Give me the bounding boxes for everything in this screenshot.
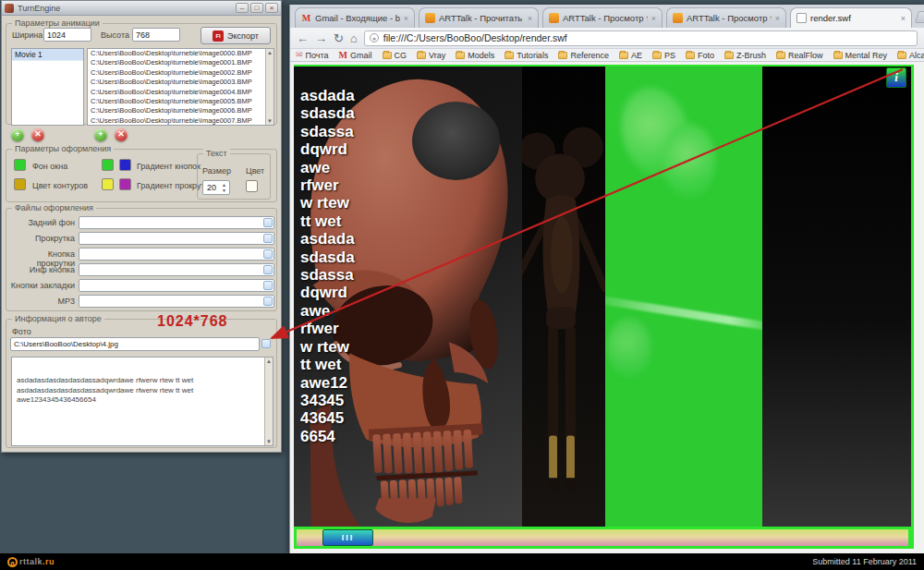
add-movie-button[interactable]: + [11,128,24,141]
movie-list-item[interactable]: Movie 1 [12,49,83,61]
tab-close-icon[interactable]: × [901,14,906,23]
export-button[interactable]: Fl Экспорт [201,27,271,44]
tab-gmail[interactable]: M Gmail - Входящие - bigb... × [295,7,415,28]
bookmark-buttons-file-field[interactable] [79,279,274,292]
bookmark-models[interactable]: Models [456,51,494,60]
green-blob [663,124,716,198]
bookmark-gmail[interactable]: MGmail [339,50,372,60]
bookmark-foto[interactable]: Foto [686,51,714,60]
scroll-down-icon[interactable]: ▼ [267,117,273,125]
file-list-item[interactable]: C:\Users\BooBoo\Desktop\turneble\Image00… [88,97,265,106]
remove-movie-button[interactable]: ✕ [31,128,44,141]
tab-close-icon[interactable]: × [528,14,532,23]
home-icon[interactable]: ⌂ [350,32,358,44]
width-input[interactable] [43,28,91,42]
maximize-button[interactable]: □ [250,3,263,13]
flash-scrollbar-thumb[interactable]: III [322,529,373,546]
bookmark-cg[interactable]: CG [383,51,407,60]
tab-close-icon[interactable]: × [651,14,656,23]
info-button[interactable]: i [886,67,906,88]
bookmark-ps[interactable]: PS [652,51,675,60]
photo-path-input[interactable] [10,337,260,351]
button-gradient-label: Градиент кнопок [137,162,201,171]
forward-icon[interactable]: → [315,32,327,44]
flash-stage[interactable]: asdadasdasda sdassadqwrd awerfwer w rtew… [294,65,914,549]
folder-icon [652,52,662,59]
bg-file-field[interactable] [79,216,274,229]
minimize-button[interactable]: – [236,3,249,13]
bookmark-vray[interactable]: Vray [417,51,445,60]
height-input[interactable] [132,28,180,42]
turnengine-window: TurnEngine – □ × Параметры анимации Шири… [1,0,282,453]
file-list-item[interactable]: C:\Users\BooBoo\Desktop\turneble\Image00… [88,116,265,125]
scroll-gradient-swatch-1[interactable] [102,178,114,190]
mannequin-viewport [522,67,605,527]
scroll-up-icon[interactable]: ▲ [266,358,272,365]
tab-arttalk-3[interactable]: ARTTalk - Просмотр те... × [666,7,786,28]
info-button-file-field[interactable] [79,263,274,276]
file-list-item[interactable]: C:\Users\BooBoo\Desktop\turneble\Image00… [88,106,265,115]
arttalk-icon [673,13,683,23]
gmail-icon: M [339,50,347,60]
folder-icon [417,52,426,59]
file-list-item[interactable]: C:\Users\BooBoo\Desktop\turneble\Image00… [88,68,265,78]
about-scrollbar[interactable]: ▲ ▼ [264,358,273,445]
skull-viewport: asdadasdasda sdassadqwrd awerfwer w rtew… [294,67,522,527]
page-status-icon[interactable]: ● [370,33,379,42]
bookmark-ae[interactable]: AE [619,51,642,60]
bookmark-alcatel[interactable]: Alcatel [897,51,924,60]
scroll-up-icon[interactable]: ▲ [267,49,273,56]
scroll-file-field[interactable] [79,232,274,245]
browse-icon[interactable] [263,281,273,290]
file-list-item[interactable]: C:\Users\BooBoo\Desktop\turneble\Image00… [88,88,265,97]
refresh-icon[interactable]: ↻ [334,32,344,44]
bookmark-realflow[interactable]: RealFlow [776,51,823,60]
text-size-spinner[interactable]: 20 ▲▼ [202,180,230,195]
mp3-file-field[interactable] [79,295,274,308]
close-button[interactable]: × [265,3,278,13]
browse-icon[interactable] [263,265,273,274]
desktop: TurnEngine – □ × Параметры анимации Шири… [0,0,924,570]
photo-browse-icon[interactable] [261,339,271,348]
file-list-item[interactable]: C:\Users\BooBoo\Desktop\turneble\Image00… [88,78,265,87]
file-list-item[interactable]: C:\Users\BooBoo\Desktop\turneble\Image00… [88,58,265,67]
spinner-arrows-icon[interactable]: ▲▼ [220,182,228,193]
url-bar[interactable]: ● file:///C:/Users/BooBoo/Desktop/render… [364,30,918,46]
flash-scrollbar[interactable]: III [294,527,911,549]
anim-params-group: Параметры анимации Ширина Высота Fl Эксп… [6,23,277,125]
file-list-item[interactable]: C:\Users\BooBoo\Desktop\turneble\Image00… [88,49,265,58]
remove-file-button[interactable]: ✕ [115,128,128,141]
bookmark-zbrush[interactable]: Z-Brush [724,51,766,60]
browse-icon[interactable] [263,234,273,243]
about-textarea[interactable]: asdadasdasdasdasdassadqwrdawe rfwerw rte… [11,357,274,446]
add-file-button[interactable]: + [94,128,107,141]
bookmark-label: Foto [698,51,714,60]
tab-close-icon[interactable]: × [775,14,780,23]
tab-close-icon[interactable]: × [404,14,408,23]
contour-color-swatch[interactable] [14,178,26,190]
tab-render-swf[interactable]: render.swf × [790,7,912,28]
scroll-down-icon[interactable]: ▼ [266,438,272,445]
bookmark-reference[interactable]: Reference [558,51,609,60]
browse-icon[interactable] [263,249,273,259]
bookmark-pochta[interactable]: ✉Почта [296,51,329,60]
browse-icon[interactable] [263,218,273,227]
scroll-file-label: Прокрутка [8,234,75,243]
turnengine-titlebar[interactable]: TurnEngine – □ × [2,1,281,16]
tab-arttalk-1[interactable]: ARTTalk - Прочитать со... × [419,7,539,28]
new-tab-button[interactable] [915,11,924,23]
bookmark-tutorials[interactable]: Tutorials [505,51,548,60]
button-gradient-swatch-2[interactable] [119,159,131,171]
back-icon[interactable]: ← [297,32,309,44]
tab-arttalk-2[interactable]: ARTTalk - Просмотр те... × [542,7,663,28]
window-bg-swatch[interactable] [14,159,26,171]
browse-icon[interactable] [263,297,273,306]
logo-domain: .ru [43,557,55,566]
tab-title: Gmail - Входящие - bigb... [315,13,400,23]
scroll-gradient-swatch-2[interactable] [119,178,131,190]
button-gradient-swatch-1[interactable] [102,159,114,171]
scroll-button-file-field[interactable] [79,248,274,261]
file-list-scrollbar[interactable]: ▲ ▼ [265,49,274,125]
text-color-swatch[interactable] [246,180,258,192]
bookmark-mentalrey[interactable]: Mental Rey [833,51,888,60]
